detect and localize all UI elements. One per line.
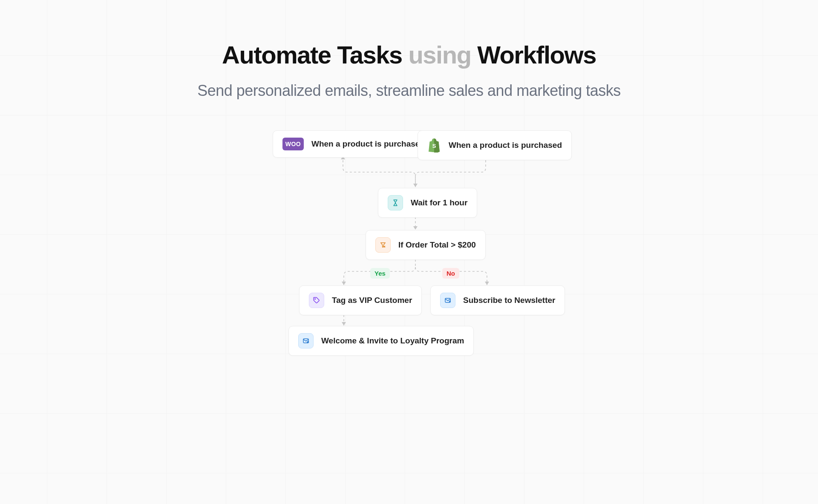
- subtitle: Send personalized emails, streamline sal…: [0, 82, 818, 100]
- svg-marker-4: [413, 226, 418, 230]
- svg-marker-2: [413, 184, 418, 187]
- trigger-woocommerce-label: When a product is purchased: [311, 139, 425, 149]
- mail-icon: [440, 293, 455, 308]
- page-content: Automate Tasks using Workflows Send pers…: [0, 0, 818, 423]
- action-subscribe-newsletter[interactable]: Subscribe to Newsletter: [430, 285, 565, 315]
- branch-yes-badge: Yes: [370, 268, 390, 279]
- action-subscribe-label: Subscribe to Newsletter: [463, 296, 555, 305]
- svg-text:S: S: [432, 143, 436, 149]
- trigger-shopify-label: When a product is purchased: [449, 141, 562, 150]
- trigger-woocommerce[interactable]: WOO When a product is purchased: [273, 130, 435, 158]
- condition-label: If Order Total > $200: [398, 240, 476, 250]
- action-welcome-label: Welcome & Invite to Loyalty Program: [321, 336, 464, 346]
- title-post: Workflows: [471, 41, 596, 69]
- filter-icon: [375, 237, 391, 253]
- title-pre: Automate Tasks: [222, 41, 408, 69]
- title-muted: using: [408, 41, 471, 69]
- connectors-svg: [111, 125, 707, 423]
- hourglass-icon: [388, 195, 403, 210]
- action-tag-vip-label: Tag as VIP Customer: [332, 296, 412, 305]
- trigger-shopify[interactable]: S When a product is purchased: [418, 130, 572, 160]
- action-tag-vip[interactable]: Tag as VIP Customer: [299, 285, 422, 315]
- workflow-diagram: WOO When a product is purchased S When a…: [111, 125, 707, 423]
- condition-order-total[interactable]: If Order Total > $200: [366, 230, 486, 260]
- svg-marker-6: [342, 282, 346, 285]
- action-wait-label: Wait for 1 hour: [411, 198, 467, 207]
- branch-no-badge: No: [442, 268, 459, 279]
- woocommerce-icon: WOO: [282, 138, 304, 150]
- svg-marker-9: [342, 322, 346, 325]
- action-welcome-loyalty[interactable]: Welcome & Invite to Loyalty Program: [288, 326, 474, 356]
- mail-send-icon: [298, 333, 314, 348]
- svg-marker-7: [485, 282, 489, 285]
- action-wait[interactable]: Wait for 1 hour: [378, 188, 477, 218]
- svg-point-11: [315, 299, 316, 300]
- page-title: Automate Tasks using Workflows: [0, 40, 818, 69]
- shopify-icon: S: [427, 138, 441, 153]
- tag-icon: [309, 293, 324, 308]
